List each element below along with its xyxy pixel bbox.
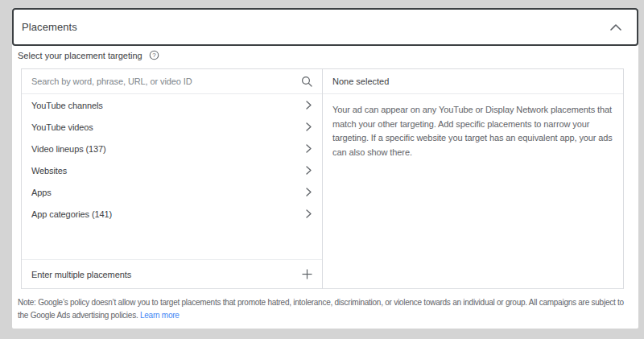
selection-description: Your ad can appear on any YouTube or Dis…	[323, 94, 623, 159]
learn-more-link[interactable]: Learn more	[140, 311, 180, 320]
category-label: Websites	[31, 166, 67, 176]
chevron-right-icon	[306, 144, 312, 153]
policy-note: Note: Google’s policy doesn’t allow you …	[18, 296, 631, 322]
category-label: YouTube channels	[31, 101, 103, 110]
search-row	[22, 69, 322, 94]
category-label: App categories (141)	[31, 209, 112, 219]
enter-multiple-placements-label: Enter multiple placements	[31, 270, 131, 279]
category-label: YouTube videos	[31, 122, 93, 132]
search-icon	[301, 76, 312, 87]
chevron-up-icon[interactable]	[610, 24, 621, 31]
search-input[interactable]	[31, 76, 295, 86]
placements-card: Placements Select your placement targeti…	[12, 8, 638, 329]
chevron-right-icon	[306, 166, 312, 175]
panel-header[interactable]: Placements	[12, 8, 638, 46]
picker-left-panel: YouTube channels YouTube videos Video li…	[22, 69, 323, 288]
enter-multiple-placements-row[interactable]: Enter multiple placements	[22, 259, 322, 288]
category-row-app-categories[interactable]: App categories (141)	[22, 203, 322, 225]
placement-picker: YouTube channels YouTube videos Video li…	[21, 68, 624, 289]
category-row-websites[interactable]: Websites	[22, 159, 322, 181]
category-row-youtube-videos[interactable]: YouTube videos	[22, 116, 322, 138]
left-panel-spacer	[22, 225, 322, 259]
chevron-right-icon	[306, 101, 312, 110]
category-row-video-lineups[interactable]: Video lineups (137)	[22, 138, 322, 159]
chevron-right-icon	[306, 122, 312, 131]
category-row-youtube-channels[interactable]: YouTube channels	[22, 94, 322, 116]
subtitle-label: Select your placement targeting	[18, 51, 142, 60]
panel-title: Placements	[22, 21, 77, 33]
category-label: Video lineups (137)	[31, 144, 106, 154]
svg-text:?: ?	[152, 52, 156, 59]
help-icon[interactable]: ?	[149, 50, 159, 60]
picker-right-panel: None selected Your ad can appear on any …	[323, 69, 623, 288]
category-label: Apps	[31, 188, 52, 197]
chevron-right-icon	[306, 188, 312, 196]
category-row-apps[interactable]: Apps	[22, 181, 322, 203]
plus-icon	[302, 269, 312, 279]
policy-note-text: Note: Google’s policy doesn’t allow you …	[18, 298, 624, 320]
chevron-right-icon	[306, 209, 312, 218]
subtitle-row: Select your placement targeting ?	[18, 49, 624, 61]
selection-status: None selected	[323, 69, 623, 94]
